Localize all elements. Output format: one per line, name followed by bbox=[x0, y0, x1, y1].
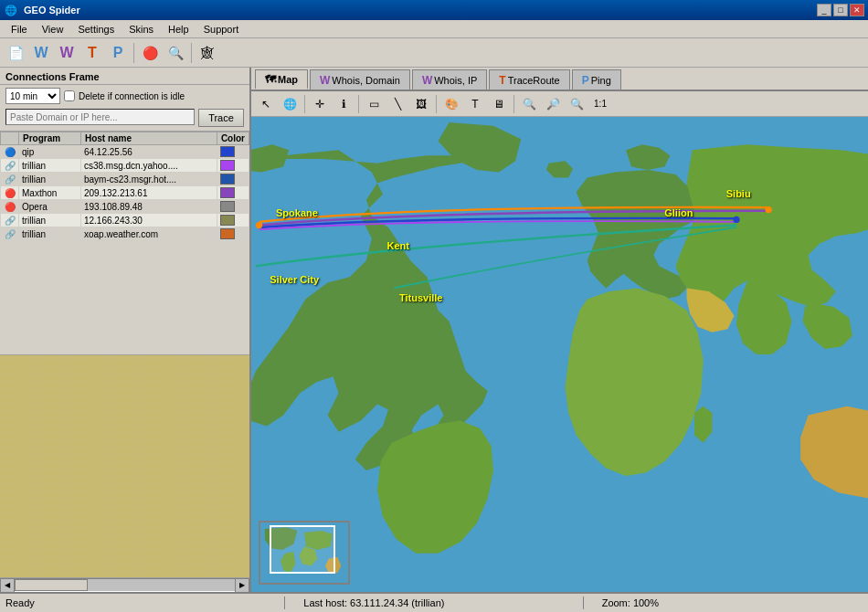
toolbar-w1-btn[interactable]: W bbox=[29, 41, 53, 65]
col-program-label: Program bbox=[19, 132, 81, 145]
tab-whois-domain[interactable]: W Whois, Domain bbox=[310, 69, 410, 90]
row-program: Maxthon bbox=[19, 186, 81, 200]
map-btn-rect[interactable]: ▭ bbox=[363, 93, 385, 115]
scroll-left-btn[interactable]: ◀ bbox=[0, 578, 15, 593]
h-scrollbar[interactable]: ◀ ▶ bbox=[0, 577, 249, 592]
menu-support[interactable]: Support bbox=[196, 23, 247, 36]
row-hostname: xoap.weather.com bbox=[80, 227, 217, 241]
map-btn-zoom100[interactable]: 1:1 bbox=[589, 93, 611, 115]
row-program: trillian bbox=[19, 227, 81, 241]
status-sep1 bbox=[284, 596, 285, 609]
map-btn-zoomout[interactable]: 🔍 bbox=[566, 93, 587, 115]
row-hostname: cs38.msg.dcn.yahoo.... bbox=[80, 159, 217, 173]
delete-idle-checkbox[interactable] bbox=[64, 90, 75, 101]
menu-help[interactable]: Help bbox=[161, 23, 196, 36]
row-hostname: baym-cs23.msgr.hot.... bbox=[80, 173, 217, 186]
toolbar-new-btn[interactable]: 📄 bbox=[4, 41, 27, 65]
tab-ping[interactable]: P Ping bbox=[572, 69, 621, 90]
table-row[interactable]: 🔴 Opera 193.108.89.48 bbox=[1, 200, 249, 214]
app-icon: 🌐 bbox=[4, 3, 18, 17]
window-controls: _ □ ✕ bbox=[817, 4, 864, 16]
map-btn-info[interactable]: ℹ bbox=[333, 93, 355, 115]
minimap-inner bbox=[260, 522, 348, 583]
scroll-track[interactable] bbox=[15, 578, 235, 592]
tab-ping-label: Ping bbox=[591, 75, 611, 86]
left-panel: Connections Frame 10 min 5 min 30 min De… bbox=[0, 68, 251, 592]
map-sep1 bbox=[304, 95, 305, 113]
tab-map-label: Map bbox=[278, 74, 298, 85]
table-row[interactable]: 🔵 qip 64.12.25.56 bbox=[1, 145, 249, 159]
toolbar-p-btn[interactable]: P bbox=[106, 41, 130, 65]
whois-ip-icon: W bbox=[422, 74, 432, 87]
map-btn-screen[interactable]: 🖥 bbox=[488, 93, 510, 115]
menu-skins[interactable]: Skins bbox=[122, 23, 161, 36]
trace-row: Trace bbox=[0, 107, 249, 132]
close-button[interactable]: ✕ bbox=[850, 4, 864, 16]
col-color: Color bbox=[217, 132, 249, 145]
scroll-right-btn[interactable]: ▶ bbox=[235, 578, 249, 593]
map-btn-text[interactable]: T bbox=[464, 93, 486, 115]
row-hostname: 64.12.25.56 bbox=[80, 145, 217, 159]
map-btn-color[interactable]: 🎨 bbox=[440, 93, 462, 115]
row-color bbox=[217, 200, 249, 214]
maximize-button[interactable]: □ bbox=[833, 4, 848, 16]
tab-traceroute-label: TraceRoute bbox=[508, 75, 560, 86]
menu-settings[interactable]: Settings bbox=[70, 23, 122, 36]
minimap bbox=[259, 521, 350, 585]
row-program: Opera bbox=[19, 200, 81, 214]
minimize-button[interactable]: _ bbox=[817, 4, 831, 16]
row-color bbox=[217, 227, 249, 241]
minimap-viewport bbox=[270, 525, 335, 574]
status-zoom: Zoom: 100% bbox=[602, 597, 863, 608]
row-hostname: 12.166.243.30 bbox=[80, 214, 217, 227]
table-row[interactable]: 🔗 trillian cs38.msg.dcn.yahoo.... bbox=[1, 159, 249, 173]
timeout-select[interactable]: 10 min 5 min 30 min bbox=[5, 88, 60, 104]
tab-whois-domain-label: Whois, Domain bbox=[332, 75, 400, 86]
main-toolbar: 📄 W W T P 🔴 🔍 🕸 bbox=[0, 38, 868, 68]
row-color bbox=[217, 145, 249, 159]
row-color bbox=[217, 186, 249, 200]
scroll-thumb[interactable] bbox=[15, 579, 88, 591]
trace-button[interactable]: Trace bbox=[198, 109, 244, 127]
toolbar-search-btn[interactable]: 🔍 bbox=[164, 41, 187, 65]
row-icon: 🔴 bbox=[1, 200, 19, 214]
map-btn-globe[interactable]: 🌐 bbox=[279, 93, 301, 115]
map-sep4 bbox=[513, 95, 514, 113]
table-row[interactable]: 🔗 trillian 12.166.243.30 bbox=[1, 214, 249, 227]
table-row[interactable]: 🔴 Maxthon 209.132.213.61 bbox=[1, 186, 249, 200]
table-row[interactable]: 🔗 trillian xoap.weather.com bbox=[1, 227, 249, 241]
row-color bbox=[217, 173, 249, 186]
row-icon: 🔗 bbox=[1, 227, 19, 241]
map-btn-cursor[interactable]: ✛ bbox=[309, 93, 331, 115]
row-program: trillian bbox=[19, 173, 81, 186]
toolbar-net-btn[interactable]: 🕸 bbox=[196, 41, 219, 65]
map-btn-img[interactable]: 🖼 bbox=[410, 93, 432, 115]
map-tab-icon: 🗺 bbox=[265, 73, 276, 86]
toolbar-t-btn[interactable]: T bbox=[80, 41, 104, 65]
row-hostname: 193.108.89.48 bbox=[80, 200, 217, 214]
map-btn-arrow[interactable]: ↖ bbox=[255, 93, 277, 115]
status-sep2 bbox=[583, 596, 584, 609]
whois-domain-icon: W bbox=[320, 74, 330, 87]
table-row[interactable]: 🔗 trillian baym-cs23.msgr.hot.... bbox=[1, 173, 249, 186]
toolbar-stop-btn[interactable]: 🔴 bbox=[138, 41, 162, 65]
map-btn-line[interactable]: ╲ bbox=[386, 93, 408, 115]
map-btn-zoomfit[interactable]: 🔎 bbox=[542, 93, 564, 115]
window-title: GEO Spider bbox=[24, 5, 811, 16]
connections-header: Connections Frame bbox=[0, 68, 249, 85]
menu-file[interactable]: File bbox=[4, 23, 35, 36]
ping-icon: P bbox=[582, 74, 589, 87]
row-hostname: 209.132.213.61 bbox=[80, 186, 217, 200]
traceroute-icon: T bbox=[499, 74, 505, 87]
tab-traceroute[interactable]: T TraceRoute bbox=[489, 69, 569, 90]
tab-whois-ip-label: Whois, IP bbox=[434, 75, 477, 86]
row-icon: 🔴 bbox=[1, 186, 19, 200]
menu-view[interactable]: View bbox=[35, 23, 71, 36]
map-area[interactable]: Spokane Kent Silver City Titusville Glii… bbox=[251, 117, 868, 592]
map-btn-zoomin[interactable]: 🔍 bbox=[518, 93, 540, 115]
tab-whois-ip[interactable]: W Whois, IP bbox=[412, 69, 487, 90]
domain-ip-input[interactable] bbox=[5, 109, 195, 125]
toolbar-w2-btn[interactable]: W bbox=[55, 41, 79, 65]
tab-map[interactable]: 🗺 Map bbox=[255, 69, 308, 90]
title-bar: 🌐 GEO Spider _ □ ✕ bbox=[0, 0, 868, 20]
